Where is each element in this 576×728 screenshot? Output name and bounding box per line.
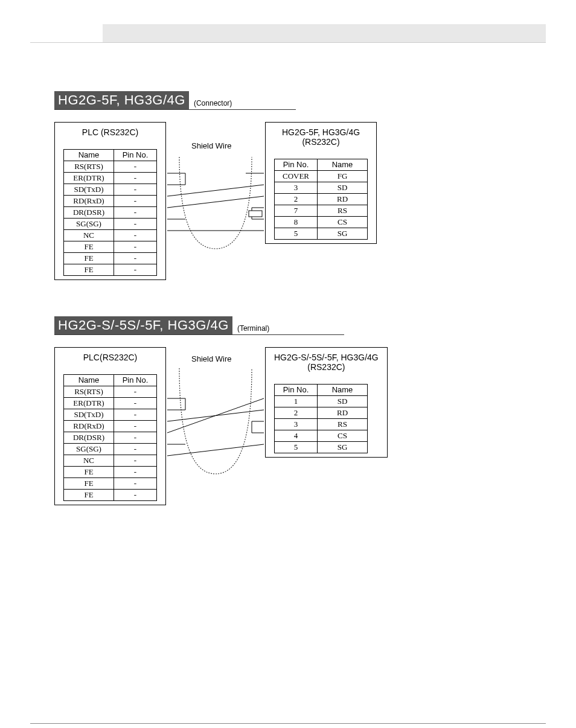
badge-suffix-1: (Connector) xyxy=(194,99,232,107)
section2-heading: HG2G-S/-5S/-5F, HG3G/4G (Terminal) xyxy=(54,316,344,335)
th-name: Name xyxy=(64,150,114,161)
shield-wire-label-2: Shield Wire xyxy=(191,354,231,363)
cell: RS xyxy=(318,419,368,430)
cell: - xyxy=(114,478,157,490)
cell: RS(RTS) xyxy=(64,386,114,398)
cell: CS xyxy=(318,217,368,228)
cell: SD xyxy=(318,396,368,407)
cell: - xyxy=(114,467,157,478)
cell: RD(RxD) xyxy=(64,421,114,432)
cell: ER(DTR) xyxy=(64,398,114,409)
hg-table-2-grid: Pin No. Name 1SD 2RD 3RS 4CS 5SG xyxy=(274,384,368,453)
hg-table-1: HG2G-5F, HG3G/4G (RS232C) Pin No. Name C… xyxy=(265,122,377,244)
cell: - xyxy=(114,161,157,173)
svg-line-2 xyxy=(167,185,264,196)
th-pin: Pin No. xyxy=(114,150,157,161)
cell: - xyxy=(114,253,157,264)
section1-heading: HG2G-5F, HG3G/4G (Connector) xyxy=(54,91,296,110)
th-pin: Pin No. xyxy=(275,159,318,171)
cell: SG xyxy=(318,442,368,453)
cell: FE xyxy=(64,264,114,276)
model-badge-1: HG2G-5F, HG3G/4G xyxy=(54,91,189,109)
th-pin: Pin No. xyxy=(275,385,318,396)
cell: - xyxy=(114,184,157,196)
plc-table-1: PLC (RS232C) Name Pin No. RS(RTS)- ER(DT… xyxy=(54,122,166,280)
svg-line-12 xyxy=(179,157,246,173)
cell: RD xyxy=(318,407,368,419)
cell: 8 xyxy=(275,217,318,228)
th-name: Name xyxy=(64,375,114,386)
hg-title-2b: (RS232C) xyxy=(307,362,345,372)
cell: - xyxy=(114,444,157,455)
th-name: Name xyxy=(318,159,368,171)
cell: - xyxy=(114,398,157,409)
svg-line-3 xyxy=(167,196,264,208)
cell: 1 xyxy=(275,396,318,407)
cell: SD(TxD) xyxy=(64,184,114,196)
model-badge-2: HG2G-S/-5S/-5F, HG3G/4G xyxy=(54,316,232,334)
wire-diagram-1: Shield Wire xyxy=(167,122,264,261)
wire-diagram-2: Shield Wire xyxy=(167,347,264,486)
cell: RD(RxD) xyxy=(64,196,114,207)
plc-table-1-title: PLC (RS232C) xyxy=(63,127,157,137)
hg-table-2: HG2G-S/-5S/-5F, HG3G/4G (RS232C) Pin No.… xyxy=(265,347,388,458)
hg-table-2-title: HG2G-S/-5S/-5F, HG3G/4G (RS232C) xyxy=(274,353,379,372)
cell: FE xyxy=(64,241,114,253)
cell: RS(RTS) xyxy=(64,161,114,173)
header-band xyxy=(30,24,546,43)
cell: DR(DSR) xyxy=(64,207,114,219)
hg-title-1b: (RS232C) xyxy=(302,137,339,147)
cell: 5 xyxy=(275,442,318,453)
cell: ER(DTR) xyxy=(64,173,114,184)
badge-suffix-2: (Terminal) xyxy=(237,324,269,333)
cell: - xyxy=(114,173,157,184)
wire-svg-2 xyxy=(167,347,264,486)
footer: IDEC xyxy=(30,723,546,728)
shield-wire-label-1: Shield Wire xyxy=(191,141,231,150)
cell: RD xyxy=(318,194,368,205)
cell: 4 xyxy=(275,430,318,442)
plc-table-2-grid: Name Pin No. RS(RTS)- ER(DTR)- SD(TxD)- … xyxy=(63,374,157,501)
cell: SG xyxy=(318,228,368,240)
cell: SG(SG) xyxy=(64,444,114,455)
cell: - xyxy=(114,241,157,253)
cell: - xyxy=(114,207,157,219)
plc-table-2-title: PLC(RS232C) xyxy=(63,353,157,362)
cell: - xyxy=(114,386,157,398)
cell: FE xyxy=(64,467,114,478)
cell: - xyxy=(114,432,157,444)
cell: SG(SG) xyxy=(64,219,114,230)
hg-title-2a: HG2G-S/-5S/-5F, HG3G/4G xyxy=(274,353,379,362)
cell: - xyxy=(114,196,157,207)
diagram-1: PLC (RS232C) Name Pin No. RS(RTS)- ER(DT… xyxy=(54,122,576,280)
cell: 7 xyxy=(275,205,318,217)
cell: 3 xyxy=(275,182,318,194)
svg-rect-16 xyxy=(249,211,262,217)
cell: - xyxy=(114,230,157,241)
cell: DR(DSR) xyxy=(64,432,114,444)
cell: 3 xyxy=(275,419,318,430)
cell: COVER xyxy=(275,171,318,182)
cell: SD xyxy=(318,182,368,194)
cell: - xyxy=(114,264,157,276)
cell: RS xyxy=(318,205,368,217)
cell: - xyxy=(114,421,157,432)
cell: - xyxy=(114,490,157,501)
th-name: Name xyxy=(318,385,368,396)
cell: CS xyxy=(318,430,368,442)
cell: NC xyxy=(64,230,114,241)
diagram-2: PLC(RS232C) Name Pin No. RS(RTS)- ER(DTR… xyxy=(54,347,576,505)
svg-line-24 xyxy=(167,444,264,456)
hg-table-1-title: HG2G-5F, HG3G/4G (RS232C) xyxy=(274,127,368,147)
cell: FE xyxy=(64,490,114,501)
cell: FE xyxy=(64,253,114,264)
cell: NC xyxy=(64,455,114,467)
cell: 2 xyxy=(275,194,318,205)
hg-title-1a: HG2G-5F, HG3G/4G xyxy=(282,127,360,137)
cell: FG xyxy=(318,171,368,182)
cell: SD(TxD) xyxy=(64,409,114,421)
cell: 5 xyxy=(275,228,318,240)
plc-table-1-grid: Name Pin No. RS(RTS)- ER(DTR)- SD(TxD)- … xyxy=(63,149,157,276)
cell: - xyxy=(114,455,157,467)
cell: - xyxy=(114,409,157,421)
